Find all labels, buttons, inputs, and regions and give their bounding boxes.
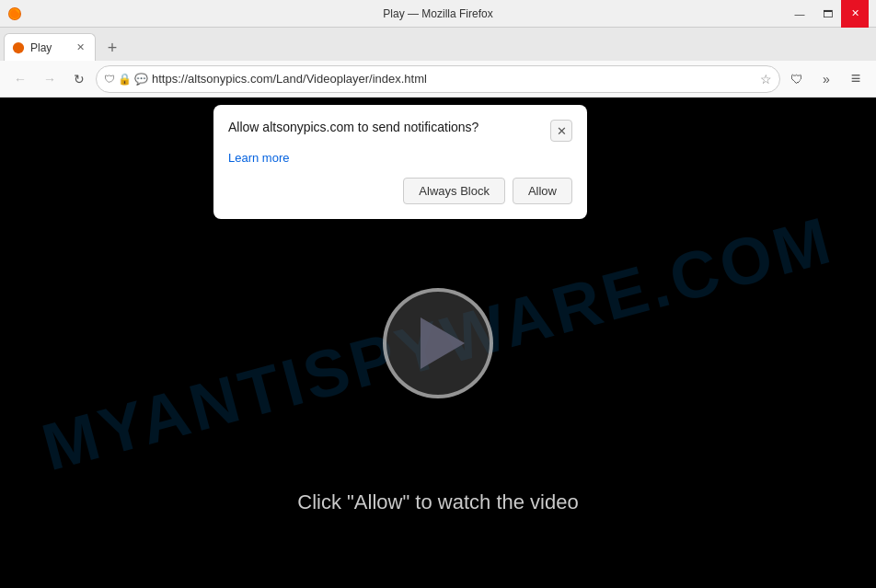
shield-button[interactable]: 🛡 [784, 66, 810, 92]
shield-icon: 🛡 [104, 73, 115, 86]
tab-title: Play [30, 41, 67, 54]
more-tools-button[interactable]: » [813, 66, 839, 92]
play-button[interactable] [383, 288, 493, 398]
allow-button[interactable]: Allow [513, 178, 572, 204]
address-bar-icons: 🛡 🔒 💬 [104, 73, 148, 86]
tabbar: Play ✕ + [0, 28, 876, 61]
active-tab[interactable]: Play ✕ [4, 33, 96, 61]
bookmark-star-icon[interactable]: ☆ [760, 72, 772, 86]
forward-button[interactable]: → [37, 66, 63, 92]
popup-title: Allow altsonypics.com to send notificati… [228, 120, 550, 134]
popup-buttons: Always Block Allow [228, 178, 572, 204]
window-title: Play — Mozilla Firefox [383, 7, 492, 20]
close-button[interactable]: ✕ [841, 0, 869, 28]
popup-close-button[interactable]: ✕ [550, 120, 572, 142]
lock-icon: 🔒 [118, 73, 132, 86]
minimize-button[interactable]: — [786, 0, 813, 28]
maximize-button[interactable]: 🗖 [813, 0, 841, 28]
notification-popup: Allow altsonypics.com to send notificati… [213, 105, 587, 219]
play-triangle-icon [421, 317, 465, 369]
navbar: ← → ↻ 🛡 🔒 💬 ☆ 🛡 » ≡ [0, 61, 876, 98]
menu-button[interactable]: ≡ [843, 66, 869, 92]
address-bar-container: 🛡 🔒 💬 ☆ [96, 65, 780, 93]
tab-favicon-icon [12, 41, 25, 54]
back-button[interactable]: ← [7, 66, 33, 92]
notification-permissions-icon: 💬 [134, 73, 148, 86]
tab-close-button[interactable]: ✕ [73, 40, 87, 55]
always-block-button[interactable]: Always Block [403, 178, 505, 204]
titlebar: Play — Mozilla Firefox — 🗖 ✕ [0, 0, 876, 28]
firefox-logo-icon [7, 6, 22, 21]
popup-header: Allow altsonypics.com to send notificati… [228, 120, 572, 142]
toolbar-right: 🛡 » ≡ [784, 66, 869, 92]
address-input[interactable] [152, 72, 756, 86]
titlebar-left [7, 6, 22, 21]
svg-point-1 [13, 41, 24, 52]
click-allow-instruction: Click "Allow" to watch the video [297, 490, 578, 514]
learn-more-link[interactable]: Learn more [228, 151, 289, 165]
new-tab-button[interactable]: + [99, 35, 125, 61]
window-controls: — 🗖 ✕ [786, 0, 869, 28]
browser-content: MYANTISPYWARE.COM Click "Allow" to watch… [0, 98, 876, 588]
reload-button[interactable]: ↻ [66, 66, 92, 92]
